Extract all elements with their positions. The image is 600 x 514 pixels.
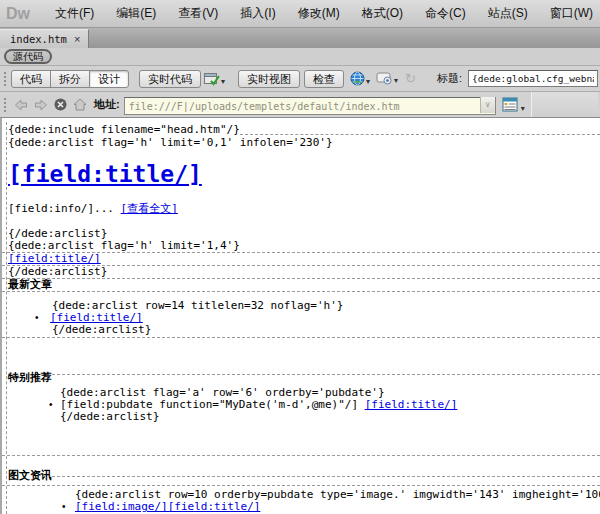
window-check-icon <box>204 72 220 86</box>
section-heading-featured: 特别推荐 <box>8 372 600 384</box>
file-list-icon <box>502 97 520 113</box>
refresh-icon[interactable]: ↻ <box>405 71 416 86</box>
section-heading-latest: 最新文章 <box>2 279 600 292</box>
list-bullet-icon: • <box>49 399 53 410</box>
globe-icon <box>350 71 365 86</box>
tab-label: index.htm <box>10 33 67 45</box>
back-arrow-icon <box>14 99 28 111</box>
dreamweaver-logo: Dw <box>6 5 30 23</box>
addressbar-grip-handle[interactable] <box>3 96 8 114</box>
dreamweaver-window: { "colors": { "link": "#0000e0", "addres… <box>0 0 600 514</box>
close-icon[interactable]: × <box>74 34 80 44</box>
title-field-label: 标题: <box>437 71 462 86</box>
design-view-button[interactable]: 设计 <box>89 70 129 88</box>
list-bullet-icon: • <box>35 312 39 323</box>
address-label: 地址: <box>94 97 120 112</box>
menu-format[interactable]: 格式(O) <box>351 1 414 26</box>
menu-window[interactable]: 窗口(W) <box>539 1 600 26</box>
document-toolbar: 代码 拆分 设计 实时代码 ▾ 实时视图 检查 ▾ ▾ ↻ 标题: <box>0 66 600 92</box>
table-border-dash <box>2 455 600 456</box>
table-border-dash <box>52 374 600 384</box>
menu-items: 文件(F) 编辑(E) 查看(V) 插入(I) 修改(M) 格式(O) 命令(C… <box>44 1 600 26</box>
menu-site[interactable]: 站点(S) <box>477 1 539 26</box>
dropdown-caret-icon: ▾ <box>521 105 525 113</box>
field-image-title-link[interactable]: [field:image/][field:title/] <box>75 500 260 513</box>
menu-modify[interactable]: 修改(M) <box>287 1 351 26</box>
home-icon <box>73 98 87 111</box>
dropdown-caret-icon: ▾ <box>366 78 370 86</box>
template-tag-include: {dede:include filename="head.htm"/} <box>8 124 600 136</box>
field-title-link[interactable]: [field:title/] <box>365 398 458 411</box>
address-field: ∨ <box>124 96 496 114</box>
section-heading-pics: 图文资讯 <box>8 470 600 482</box>
menu-edit[interactable]: 编辑(E) <box>105 1 167 26</box>
document-title-input[interactable] <box>468 70 598 87</box>
code-view-button[interactable]: 代码 <box>11 70 51 88</box>
source-code-button[interactable]: 源代码 <box>4 49 52 64</box>
preview-in-browser-button[interactable]: ▾ <box>350 71 370 86</box>
featured-arclist-close: {/dede:arclist} <box>60 411 600 423</box>
toolbar-grip-handle[interactable] <box>3 70 8 88</box>
related-files-bar: 源代码 <box>0 48 600 66</box>
pics-item-row: [field:image/][field:title/] <box>75 501 600 513</box>
document-tab-bar: index.htm × <box>0 28 600 48</box>
forward-button[interactable] <box>34 99 48 111</box>
addressbar-right-panel <box>531 92 598 117</box>
menu-insert[interactable]: 插入(I) <box>229 1 286 26</box>
file-management-button[interactable]: ▾ <box>502 97 525 113</box>
field-title-link[interactable]: [field:title/] <box>8 252 101 265</box>
menu-bar: Dw 文件(F) 编辑(E) 查看(V) 插入(I) 修改(M) 格式(O) 命… <box>0 0 600 28</box>
menu-commands[interactable]: 命令(C) <box>414 1 477 26</box>
eye-icon <box>376 72 393 85</box>
latest-arclist-close: {/dede:arclist} <box>52 324 600 336</box>
dropdown-caret-icon: ▾ <box>221 78 225 86</box>
address-input[interactable] <box>124 97 496 115</box>
stop-icon <box>54 98 67 111</box>
read-more-link[interactable]: [查看全文] <box>121 202 178 215</box>
tab-index-htm[interactable]: index.htm × <box>0 29 89 48</box>
table-border-dash <box>2 485 600 486</box>
headline-title-link[interactable]: [field:title/] <box>8 160 600 188</box>
info-line: [field:info/]... [查看全文] <box>8 203 600 215</box>
live-view-button[interactable]: 实时视图 <box>238 70 300 88</box>
address-history-dropdown[interactable]: ∨ <box>480 97 495 113</box>
table-border-dash <box>2 337 600 338</box>
stop-button[interactable] <box>54 98 67 111</box>
menu-view[interactable]: 查看(V) <box>167 1 229 26</box>
info-field-text: [field:info/]... <box>8 202 114 215</box>
chevron-down-icon: ∨ <box>485 100 491 109</box>
menu-file[interactable]: 文件(F) <box>44 1 105 26</box>
browser-nav-bar: 地址: ∨ ▾ <box>0 92 600 118</box>
visual-aids-button[interactable]: ▾ <box>376 72 398 85</box>
live-code-button[interactable]: 实时代码 <box>139 70 201 88</box>
home-button[interactable] <box>73 98 87 111</box>
design-view-canvas[interactable]: {dede:include filename="head.htm"/} {ded… <box>0 118 600 514</box>
dropdown-caret-icon: ▾ <box>394 77 398 85</box>
source-code-label: 源代码 <box>13 51 43 62</box>
inspect-button[interactable]: 检查 <box>304 70 344 88</box>
template-tag-arclist-open: {dede:arclist flag='h' limit='0,1' infol… <box>8 137 600 149</box>
template-tag-arclist2-close: {/dede:arclist} <box>2 266 600 279</box>
check-browser-compatibility-button[interactable]: ▾ <box>204 72 225 86</box>
table-border-dash <box>52 476 600 482</box>
list-bullet-icon: • <box>62 501 66 512</box>
back-button[interactable] <box>14 99 28 111</box>
split-view-button[interactable]: 拆分 <box>50 70 90 88</box>
forward-arrow-icon <box>34 99 48 111</box>
